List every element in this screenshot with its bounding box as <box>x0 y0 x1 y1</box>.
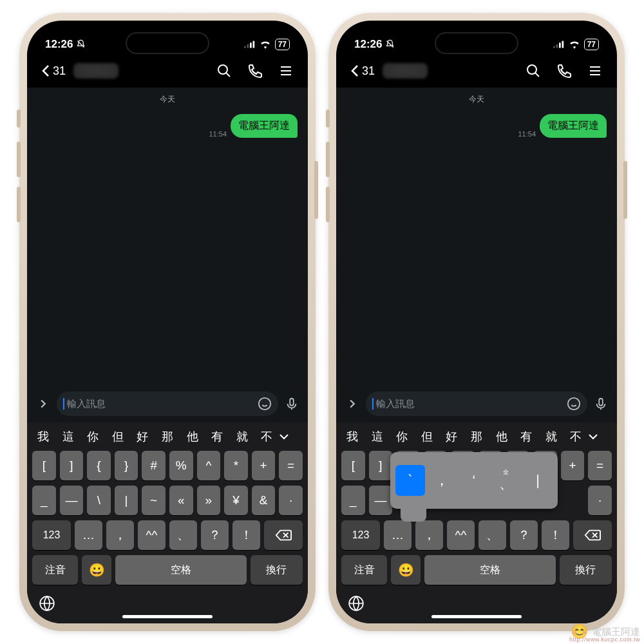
key[interactable]: ！ <box>542 520 569 550</box>
key[interactable]: | <box>115 486 138 515</box>
key[interactable]: … <box>384 520 412 550</box>
popup-option[interactable]: 全、 <box>491 465 521 496</box>
candidate[interactable]: 但 <box>106 429 131 444</box>
key-return[interactable]: 換行 <box>560 555 612 585</box>
candidate[interactable]: 不 <box>564 429 589 444</box>
key[interactable]: 、 <box>169 520 197 550</box>
candidate[interactable]: 不 <box>254 429 279 444</box>
candidate[interactable]: 你 <box>80 429 106 444</box>
key[interactable]: + <box>252 451 276 480</box>
key-123[interactable]: 123 <box>32 520 71 550</box>
key[interactable]: ~ <box>142 486 166 515</box>
volume-up[interactable] <box>17 142 21 177</box>
key[interactable]: * <box>224 451 248 480</box>
key[interactable]: « <box>169 486 193 515</box>
menu-icon[interactable] <box>587 63 603 79</box>
power-button[interactable] <box>623 161 627 219</box>
popup-option[interactable]: | <box>523 465 553 496</box>
key[interactable]: } <box>115 451 138 480</box>
chat-area[interactable]: 今天 11:54 電腦王阿達 <box>27 88 308 388</box>
candidate[interactable]: 但 <box>415 429 440 444</box>
home-indicator[interactable] <box>431 615 522 618</box>
key[interactable]: ， <box>106 520 134 550</box>
back-button[interactable]: 31 <box>350 64 375 78</box>
candidates-expand-icon[interactable] <box>588 433 613 440</box>
key[interactable]: ？ <box>510 520 538 550</box>
key[interactable]: [ <box>32 451 56 480</box>
volume-up[interactable] <box>326 142 330 177</box>
key-longpress-popup[interactable]: ` ， ‘ 全、 | <box>390 452 558 509</box>
call-icon[interactable] <box>556 63 572 79</box>
candidate[interactable]: 他 <box>489 429 514 444</box>
key[interactable]: = <box>279 451 303 480</box>
popup-option[interactable]: ` <box>395 465 425 496</box>
key[interactable]: + <box>561 451 585 480</box>
key[interactable]: ？ <box>201 520 229 550</box>
key[interactable]: \ <box>87 486 111 515</box>
key-emoji[interactable]: 😀 <box>391 555 421 585</box>
mute-switch[interactable] <box>17 109 21 128</box>
collapse-icon[interactable] <box>345 397 359 411</box>
message-bubble[interactable]: 電腦王阿達 <box>231 114 298 138</box>
message-bubble[interactable]: 電腦王阿達 <box>540 114 607 138</box>
key[interactable]: _ <box>341 486 365 515</box>
candidate[interactable]: 我 <box>31 429 56 444</box>
key[interactable]: 、 <box>478 520 506 550</box>
candidate-bar[interactable]: 我 這 你 但 好 那 他 有 就 不 <box>339 426 614 451</box>
key[interactable]: ， <box>415 520 443 550</box>
key[interactable]: — <box>369 486 393 515</box>
key[interactable]: » <box>197 486 221 515</box>
key[interactable]: { <box>87 451 111 480</box>
key[interactable]: _ <box>32 486 56 515</box>
candidate[interactable]: 這 <box>56 429 81 444</box>
key-space[interactable]: 空格 <box>424 555 556 585</box>
key[interactable]: % <box>169 451 193 480</box>
key-backspace[interactable] <box>573 520 612 550</box>
key[interactable]: … <box>75 520 102 550</box>
key[interactable]: ^ <box>197 451 221 480</box>
volume-down[interactable] <box>326 187 330 222</box>
chat-area[interactable]: 今天 11:54 電腦王阿達 <box>336 88 617 388</box>
candidate[interactable]: 你 <box>390 429 415 444</box>
popup-option[interactable]: ‘ <box>459 465 489 496</box>
key[interactable]: # <box>142 451 166 480</box>
collapse-icon[interactable] <box>36 397 50 411</box>
key[interactable]: ^^ <box>138 520 166 550</box>
candidate[interactable]: 這 <box>365 429 390 444</box>
candidate[interactable]: 好 <box>439 429 464 444</box>
candidate-bar[interactable]: 我 這 你 但 好 那 他 有 就 不 <box>30 426 305 451</box>
call-icon[interactable] <box>247 63 263 79</box>
message-input[interactable]: 輸入訊息 <box>57 392 278 416</box>
power-button[interactable] <box>314 161 318 219</box>
popup-option[interactable]: ， <box>428 465 457 496</box>
candidate[interactable]: 好 <box>130 429 155 444</box>
key[interactable]: ] <box>369 451 393 480</box>
candidate[interactable]: 我 <box>340 429 365 444</box>
key-return[interactable]: 換行 <box>251 555 303 585</box>
key[interactable]: [ <box>341 451 365 480</box>
globe-icon[interactable] <box>39 595 55 612</box>
mic-icon[interactable] <box>594 397 608 411</box>
volume-down[interactable] <box>17 187 21 222</box>
key[interactable]: ] <box>60 451 84 480</box>
globe-icon[interactable] <box>348 595 365 612</box>
candidate[interactable]: 有 <box>205 429 230 444</box>
key[interactable]: ^^ <box>447 520 475 550</box>
candidate[interactable]: 有 <box>514 429 539 444</box>
candidate[interactable]: 那 <box>464 429 489 444</box>
key-ime[interactable]: 注音 <box>341 555 387 585</box>
back-button[interactable]: 31 <box>41 64 66 78</box>
emoji-picker-icon[interactable] <box>258 397 272 411</box>
home-indicator[interactable] <box>122 615 213 618</box>
key-123[interactable]: 123 <box>341 520 380 550</box>
menu-icon[interactable] <box>278 63 294 79</box>
search-icon[interactable] <box>526 63 541 79</box>
candidate[interactable]: 就 <box>229 429 254 444</box>
key[interactable]: = <box>588 451 612 480</box>
key-emoji[interactable]: 😀 <box>82 555 111 585</box>
key-ime[interactable]: 注音 <box>32 555 78 585</box>
key-backspace[interactable] <box>264 520 303 550</box>
key[interactable]: · <box>279 486 303 515</box>
key[interactable]: · <box>588 486 612 515</box>
key[interactable]: ¥ <box>224 486 248 515</box>
